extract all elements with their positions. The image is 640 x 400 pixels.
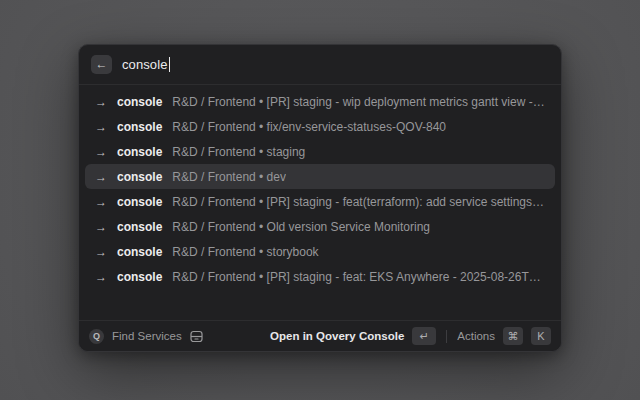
search-input[interactable]: console: [122, 45, 549, 84]
result-description: R&D / Frontend • storybook: [172, 245, 318, 259]
result-row[interactable]: → console R&D / Frontend • fix/env-servi…: [85, 114, 555, 139]
arrow-right-icon: →: [95, 120, 107, 134]
result-service-name: console: [117, 195, 162, 209]
result-service-name: console: [117, 120, 162, 134]
result-description: R&D / Frontend • dev: [172, 170, 286, 184]
result-service-name: console: [117, 170, 162, 184]
footer-divider: [446, 330, 447, 343]
text-caret: [169, 57, 171, 72]
k-keycap[interactable]: K: [531, 327, 551, 345]
search-bar: ← console: [79, 45, 561, 85]
arrow-right-icon: →: [95, 220, 107, 234]
results-list: → console R&D / Frontend • [PR] staging …: [79, 85, 561, 320]
result-service-name: console: [117, 245, 162, 259]
search-value: console: [122, 57, 168, 72]
result-row[interactable]: → console R&D / Frontend • [PR] staging …: [85, 264, 555, 289]
arrow-right-icon: →: [95, 195, 107, 209]
result-row[interactable]: → console R&D / Frontend • staging: [85, 139, 555, 164]
result-description: R&D / Frontend • Old version Service Mon…: [172, 220, 430, 234]
result-service-name: console: [117, 220, 162, 234]
footer-left: Q Find Services: [89, 329, 203, 344]
result-row[interactable]: → console R&D / Frontend • storybook: [85, 239, 555, 264]
arrow-right-icon: →: [95, 170, 107, 184]
enter-key-icon[interactable]: ↵: [412, 327, 436, 345]
services-icon: [190, 330, 203, 343]
result-row[interactable]: → console R&D / Frontend • [PR] staging …: [85, 189, 555, 214]
cmd-keycap[interactable]: ⌘: [503, 327, 523, 345]
result-description: R&D / Frontend • [PR] staging - feat(ter…: [172, 195, 545, 209]
result-row[interactable]: → console R&D / Frontend • Old version S…: [85, 214, 555, 239]
footer-bar: Q Find Services Open in Qovery Console ↵…: [79, 320, 561, 351]
result-service-name: console: [117, 270, 162, 284]
arrow-right-icon: →: [95, 270, 107, 284]
qovery-logo-icon: Q: [89, 329, 104, 344]
result-description: R&D / Frontend • staging: [172, 145, 305, 159]
footer-context-label: Find Services: [112, 330, 182, 342]
result-description: R&D / Frontend • [PR] staging - wip depl…: [172, 95, 545, 109]
result-row[interactable]: → console R&D / Frontend • dev: [85, 164, 555, 189]
actions-label[interactable]: Actions: [457, 330, 495, 342]
command-palette: ← console → console R&D / Frontend • [PR…: [78, 44, 562, 352]
arrow-right-icon: →: [95, 95, 107, 109]
result-service-name: console: [117, 95, 162, 109]
footer-right: Open in Qovery Console ↵ Actions ⌘ K: [270, 327, 551, 345]
back-button[interactable]: ←: [91, 55, 112, 74]
result-description: R&D / Frontend • fix/env-service-statuse…: [172, 120, 446, 134]
arrow-right-icon: →: [95, 245, 107, 259]
primary-action-label[interactable]: Open in Qovery Console: [270, 330, 404, 342]
result-service-name: console: [117, 145, 162, 159]
result-description: R&D / Frontend • [PR] staging - feat: EK…: [172, 270, 545, 284]
arrow-right-icon: →: [95, 145, 107, 159]
result-row[interactable]: → console R&D / Frontend • [PR] staging …: [85, 89, 555, 114]
